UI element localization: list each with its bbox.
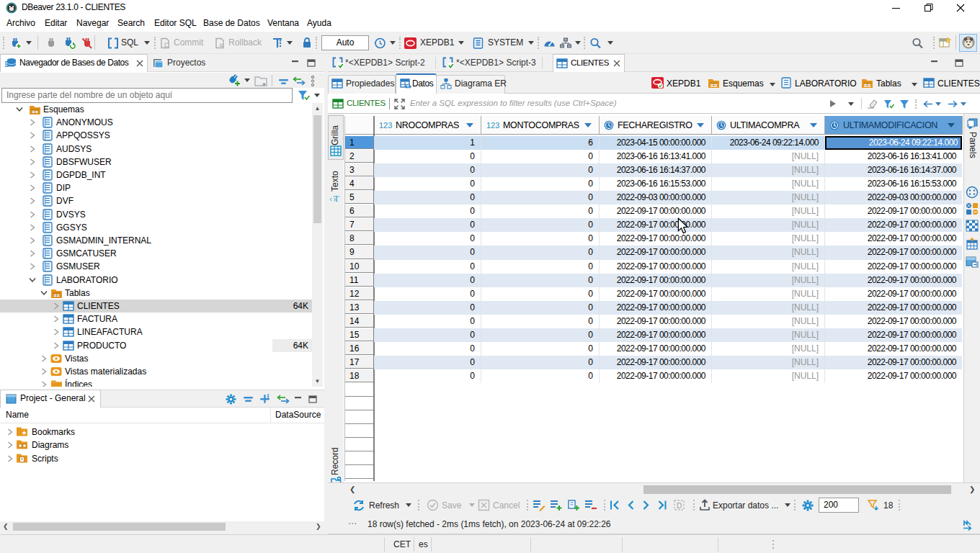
svg-text:D: D — [677, 502, 682, 510]
